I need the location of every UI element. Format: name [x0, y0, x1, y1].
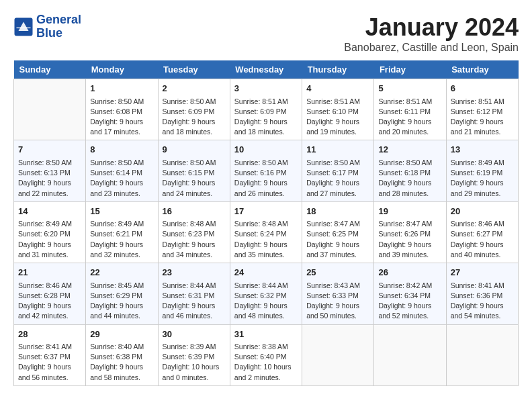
calendar-day: 19Sunrise: 8:47 AM Sunset: 6:26 PM Dayli… — [374, 201, 446, 263]
day-info: Sunrise: 8:50 AM Sunset: 6:14 PM Dayligh… — [90, 158, 153, 199]
day-number: 4 — [306, 82, 369, 95]
day-info: Sunrise: 8:46 AM Sunset: 6:27 PM Dayligh… — [451, 219, 514, 260]
day-number: 30 — [163, 328, 226, 341]
day-number: 28 — [18, 328, 81, 341]
day-info: Sunrise: 8:40 AM Sunset: 6:38 PM Dayligh… — [90, 342, 153, 383]
title-section: January 2024 Banobarez, Castille and Leo… — [344, 13, 519, 54]
day-info: Sunrise: 8:51 AM Sunset: 6:09 PM Dayligh… — [234, 97, 298, 138]
logo-line2: Blue — [36, 27, 81, 40]
day-number: 17 — [234, 205, 298, 218]
location-title: Banobarez, Castille and Leon, Spain — [344, 42, 519, 54]
day-info: Sunrise: 8:43 AM Sunset: 6:33 PM Dayligh… — [306, 281, 369, 322]
day-info: Sunrise: 8:46 AM Sunset: 6:28 PM Dayligh… — [18, 281, 81, 322]
calendar-day — [302, 324, 374, 385]
day-number: 9 — [163, 143, 226, 156]
calendar-day: 3Sunrise: 8:51 AM Sunset: 6:09 PM Daylig… — [230, 79, 302, 140]
day-info: Sunrise: 8:39 AM Sunset: 6:39 PM Dayligh… — [163, 342, 226, 383]
calendar-day: 1Sunrise: 8:50 AM Sunset: 6:08 PM Daylig… — [86, 79, 158, 140]
day-number: 1 — [90, 82, 153, 95]
calendar-day: 28Sunrise: 8:41 AM Sunset: 6:37 PM Dayli… — [14, 324, 86, 385]
day-number: 11 — [306, 143, 369, 156]
logo-text: General Blue — [36, 13, 81, 40]
calendar-day: 15Sunrise: 8:49 AM Sunset: 6:21 PM Dayli… — [86, 201, 158, 263]
calendar-day: 27Sunrise: 8:41 AM Sunset: 6:36 PM Dayli… — [446, 263, 518, 324]
day-info: Sunrise: 8:49 AM Sunset: 6:21 PM Dayligh… — [90, 219, 153, 260]
calendar-day: 8Sunrise: 8:50 AM Sunset: 6:14 PM Daylig… — [86, 140, 158, 201]
calendar-day: 22Sunrise: 8:45 AM Sunset: 6:29 PM Dayli… — [86, 263, 158, 324]
calendar-day: 13Sunrise: 8:49 AM Sunset: 6:19 PM Dayli… — [446, 140, 518, 201]
day-info: Sunrise: 8:50 AM Sunset: 6:16 PM Dayligh… — [234, 158, 298, 199]
day-number: 8 — [90, 143, 153, 156]
day-info: Sunrise: 8:50 AM Sunset: 6:18 PM Dayligh… — [378, 158, 441, 199]
day-info: Sunrise: 8:50 AM Sunset: 6:17 PM Dayligh… — [306, 158, 369, 199]
day-number: 21 — [18, 266, 81, 279]
day-number: 31 — [234, 328, 298, 341]
calendar-day: 5Sunrise: 8:51 AM Sunset: 6:11 PM Daylig… — [374, 79, 446, 140]
day-info: Sunrise: 8:51 AM Sunset: 6:12 PM Dayligh… — [451, 97, 514, 138]
calendar-week: 14Sunrise: 8:49 AM Sunset: 6:20 PM Dayli… — [14, 201, 519, 263]
svg-rect-2 — [17, 27, 31, 28]
day-info: Sunrise: 8:51 AM Sunset: 6:10 PM Dayligh… — [306, 97, 369, 138]
day-number: 7 — [18, 143, 81, 156]
day-info: Sunrise: 8:50 AM Sunset: 6:15 PM Dayligh… — [163, 158, 226, 199]
calendar-week: 28Sunrise: 8:41 AM Sunset: 6:37 PM Dayli… — [14, 324, 519, 385]
calendar-week: 1Sunrise: 8:50 AM Sunset: 6:08 PM Daylig… — [14, 79, 519, 140]
day-info: Sunrise: 8:50 AM Sunset: 6:09 PM Dayligh… — [163, 97, 226, 138]
day-number: 5 — [378, 82, 441, 95]
day-number: 2 — [163, 82, 226, 95]
day-number: 19 — [378, 205, 441, 218]
day-info: Sunrise: 8:44 AM Sunset: 6:31 PM Dayligh… — [163, 281, 226, 322]
calendar-day: 10Sunrise: 8:50 AM Sunset: 6:16 PM Dayli… — [230, 140, 302, 201]
calendar-day: 18Sunrise: 8:47 AM Sunset: 6:25 PM Dayli… — [302, 201, 374, 263]
calendar-day: 26Sunrise: 8:42 AM Sunset: 6:34 PM Dayli… — [374, 263, 446, 324]
header-day: Thursday — [302, 60, 374, 79]
calendar-day: 14Sunrise: 8:49 AM Sunset: 6:20 PM Dayli… — [14, 201, 86, 263]
calendar-day: 31Sunrise: 8:38 AM Sunset: 6:40 PM Dayli… — [230, 324, 302, 385]
day-number: 13 — [451, 143, 514, 156]
day-number: 12 — [378, 143, 441, 156]
day-number: 14 — [18, 205, 81, 218]
day-info: Sunrise: 8:50 AM Sunset: 6:13 PM Dayligh… — [18, 158, 81, 199]
day-info: Sunrise: 8:48 AM Sunset: 6:23 PM Dayligh… — [163, 219, 226, 260]
calendar-day — [374, 324, 446, 385]
calendar-day: 20Sunrise: 8:46 AM Sunset: 6:27 PM Dayli… — [446, 201, 518, 263]
day-info: Sunrise: 8:42 AM Sunset: 6:34 PM Dayligh… — [378, 281, 441, 322]
day-info: Sunrise: 8:51 AM Sunset: 6:11 PM Dayligh… — [378, 97, 441, 138]
day-info: Sunrise: 8:41 AM Sunset: 6:36 PM Dayligh… — [451, 281, 514, 322]
logo: General Blue — [13, 13, 81, 40]
day-number: 3 — [234, 82, 298, 95]
header-day: Monday — [86, 60, 158, 79]
day-number: 27 — [451, 266, 514, 279]
calendar-day: 7Sunrise: 8:50 AM Sunset: 6:13 PM Daylig… — [14, 140, 86, 201]
day-number: 25 — [306, 266, 369, 279]
day-info: Sunrise: 8:38 AM Sunset: 6:40 PM Dayligh… — [234, 342, 298, 383]
day-number: 29 — [90, 328, 153, 341]
header-day: Friday — [374, 60, 446, 79]
calendar-day: 2Sunrise: 8:50 AM Sunset: 6:09 PM Daylig… — [158, 79, 230, 140]
header-day: Wednesday — [230, 60, 302, 79]
calendar-day: 29Sunrise: 8:40 AM Sunset: 6:38 PM Dayli… — [86, 324, 158, 385]
calendar-day: 12Sunrise: 8:50 AM Sunset: 6:18 PM Dayli… — [374, 140, 446, 201]
header-day: Saturday — [446, 60, 518, 79]
day-info: Sunrise: 8:47 AM Sunset: 6:26 PM Dayligh… — [378, 219, 441, 260]
day-number: 6 — [451, 82, 514, 95]
header: General Blue January 2024 Banobarez, Cas… — [13, 13, 519, 54]
logo-icon — [13, 17, 34, 37]
day-info: Sunrise: 8:48 AM Sunset: 6:24 PM Dayligh… — [234, 219, 298, 260]
calendar-day — [446, 324, 518, 385]
calendar-day: 11Sunrise: 8:50 AM Sunset: 6:17 PM Dayli… — [302, 140, 374, 201]
day-info: Sunrise: 8:45 AM Sunset: 6:29 PM Dayligh… — [90, 281, 153, 322]
calendar-day: 9Sunrise: 8:50 AM Sunset: 6:15 PM Daylig… — [158, 140, 230, 201]
header-day: Sunday — [14, 60, 86, 79]
day-info: Sunrise: 8:50 AM Sunset: 6:08 PM Dayligh… — [90, 97, 153, 138]
calendar-day: 17Sunrise: 8:48 AM Sunset: 6:24 PM Dayli… — [230, 201, 302, 263]
calendar-day: 24Sunrise: 8:44 AM Sunset: 6:32 PM Dayli… — [230, 263, 302, 324]
day-info: Sunrise: 8:47 AM Sunset: 6:25 PM Dayligh… — [306, 219, 369, 260]
calendar-day: 6Sunrise: 8:51 AM Sunset: 6:12 PM Daylig… — [446, 79, 518, 140]
day-number: 26 — [378, 266, 441, 279]
day-info: Sunrise: 8:49 AM Sunset: 6:19 PM Dayligh… — [451, 158, 514, 199]
day-number: 24 — [234, 266, 298, 279]
calendar-day: 16Sunrise: 8:48 AM Sunset: 6:23 PM Dayli… — [158, 201, 230, 263]
month-title: January 2024 — [344, 13, 519, 42]
header-day: Tuesday — [158, 60, 230, 79]
